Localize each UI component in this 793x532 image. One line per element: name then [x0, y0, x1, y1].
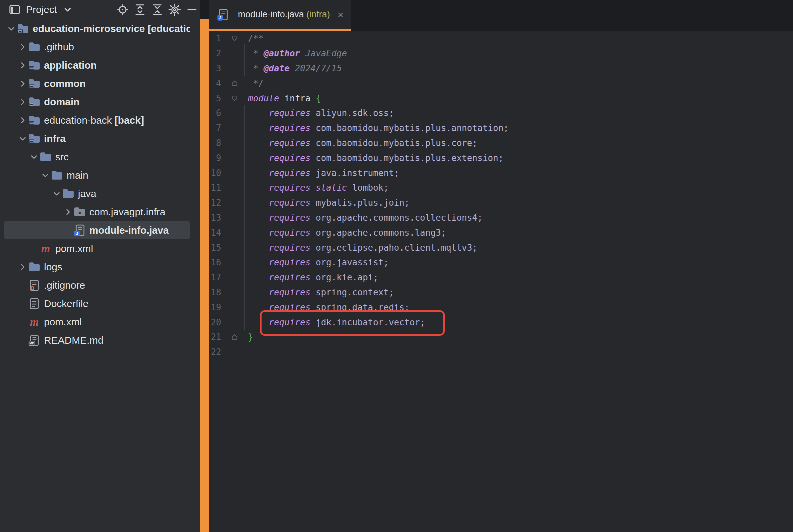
token-id: org.apache.commons.collections4;	[316, 213, 483, 223]
tree-item-infra[interactable]: infra	[4, 129, 190, 148]
maven-icon: m	[39, 242, 52, 255]
project-tool-icon[interactable]	[7, 2, 22, 17]
token-brace: }	[248, 332, 253, 342]
tree-item-label: pom.xml	[44, 316, 82, 328]
chevron-placeholder	[28, 243, 39, 254]
chevron-expanded-icon[interactable]	[28, 152, 39, 162]
chevron-expanded-icon[interactable]	[40, 170, 51, 180]
code-line-10[interactable]: 10 requires java.instrument;	[209, 165, 793, 180]
code-line-12[interactable]: 12 requires mybatis.plus.join;	[209, 195, 793, 210]
code-line-7[interactable]: 7 requires com.baomidou.mybatis.plus.ann…	[209, 121, 793, 136]
tree-item-dockerfile[interactable]: Dockerfile	[4, 294, 190, 313]
hide-panel-icon[interactable]	[185, 2, 199, 17]
tree-item-github[interactable]: .github	[4, 38, 190, 56]
tree-item-module-info-java[interactable]: Jmodule-info.java	[4, 221, 190, 239]
tree-item-pom-xml[interactable]: mpom.xml	[4, 313, 190, 331]
project-panel-title[interactable]: Project	[26, 4, 57, 15]
tree-item-gitignore[interactable]: .gitignore	[4, 276, 190, 294]
collapse-all-icon[interactable]	[150, 2, 165, 17]
tree-item-common[interactable]: common	[4, 74, 190, 93]
label-part: Dockerfile	[44, 298, 88, 309]
chevron-collapsed-icon[interactable]	[17, 78, 28, 89]
chevron-collapsed-icon[interactable]	[17, 262, 28, 272]
chevron-collapsed-icon[interactable]	[17, 42, 28, 52]
tree-item-logs[interactable]: logs	[4, 258, 190, 276]
chevron-collapsed-icon[interactable]	[63, 207, 73, 217]
fold-marker-icon[interactable]	[221, 35, 248, 42]
token-plain	[248, 228, 269, 238]
code-line-22[interactable]: 22	[209, 345, 793, 360]
token-id: com.baomidou.mybatis.plus.core;	[316, 138, 478, 148]
tree-item-education-microservice-education[interactable]: education-microservice [education] ~/Dow…	[4, 19, 190, 38]
chevron-collapsed-icon[interactable]	[17, 97, 28, 107]
tree-item-application[interactable]: application	[4, 56, 190, 74]
module-folder-icon	[28, 132, 41, 145]
token-cmtval: 2024/7/15	[290, 63, 342, 73]
code-line-15[interactable]: 15 requires org.eclipse.paho.client.mqtt…	[209, 240, 793, 255]
code-line-1[interactable]: 1/**	[209, 31, 793, 46]
code-line-17[interactable]: 17 requires org.kie.api;	[209, 270, 793, 285]
chevron-collapsed-icon[interactable]	[17, 60, 28, 71]
code-line-19[interactable]: 19 requires spring.data.redis;	[209, 300, 793, 315]
token-cmt: *	[248, 63, 264, 73]
code-text: requires org.apache.commons.lang3;	[248, 228, 446, 238]
close-icon[interactable]: ×	[337, 9, 344, 20]
chevron-placeholder	[17, 298, 28, 309]
token-kw: requires	[269, 228, 316, 238]
chevron-collapsed-icon[interactable]	[17, 115, 28, 126]
token-kw: requires	[269, 168, 316, 178]
code-line-9[interactable]: 9 requires com.baomidou.mybatis.plus.ext…	[209, 150, 793, 165]
chevron-expanded-icon[interactable]	[51, 188, 62, 199]
tree-item-label: domain	[44, 96, 80, 108]
project-tree: education-microservice [education] ~/Dow…	[0, 19, 200, 349]
tree-item-label: education-back [back]	[44, 115, 144, 126]
code-text: requires org.kie.api;	[248, 272, 378, 282]
java-file-icon: J	[217, 8, 229, 21]
fold-marker-icon[interactable]	[221, 95, 248, 102]
code-line-11[interactable]: 11 requires static lombok;	[209, 180, 793, 195]
token-plain	[248, 317, 269, 327]
token-id: mybatis.plus.join;	[316, 198, 410, 208]
java-file-icon: J	[73, 224, 86, 237]
label-part: .gitignore	[44, 280, 85, 291]
code-line-14[interactable]: 14 requires org.apache.commons.lang3;	[209, 225, 793, 240]
fold-marker-icon[interactable]	[221, 80, 248, 87]
chevron-expanded-icon[interactable]	[6, 23, 17, 34]
code-line-20[interactable]: 20 requires jdk.incubator.vector;	[209, 315, 793, 330]
code-line-6[interactable]: 6 requires aliyun.sdk.oss;	[209, 106, 793, 121]
code-line-5[interactable]: 5module infra {	[209, 91, 793, 106]
code-line-3[interactable]: 3 * @date 2024/7/15	[209, 61, 793, 76]
code-line-16[interactable]: 16 requires org.javassist;	[209, 255, 793, 270]
code-line-13[interactable]: 13 requires org.apache.commons.collectio…	[209, 210, 793, 225]
tree-item-label: common	[44, 78, 85, 89]
code-line-18[interactable]: 18 requires spring.context;	[209, 285, 793, 300]
tree-item-domain[interactable]: domain	[4, 93, 190, 111]
panel-splitter[interactable]	[200, 19, 209, 532]
code-line-2[interactable]: 2 * @author JavaEdge	[209, 46, 793, 61]
tree-item-src[interactable]: src	[4, 148, 190, 166]
code-line-21[interactable]: 21}	[209, 330, 793, 345]
module-folder-icon	[28, 59, 41, 72]
code-line-4[interactable]: 4 */	[209, 76, 793, 91]
token-plain	[248, 153, 269, 163]
tree-item-education-back[interactable]: education-back [back]	[4, 111, 190, 129]
tree-item-java[interactable]: java	[4, 184, 190, 203]
settings-gear-icon[interactable]	[167, 2, 182, 17]
line-number: 11	[209, 183, 221, 193]
token-plain	[248, 213, 269, 223]
token-id: org.javassist;	[316, 257, 389, 267]
tree-item-readme-md[interactable]: MDREADME.md	[4, 331, 190, 349]
tree-item-com-javagpt-infra[interactable]: com.javagpt.infra	[4, 203, 190, 221]
code-editor[interactable]: 1/**2 * @author JavaEdge3 * @date 2024/7…	[209, 31, 793, 532]
token-kw: requires	[269, 302, 316, 312]
locate-file-icon[interactable]	[115, 2, 130, 17]
expand-all-icon[interactable]	[133, 2, 147, 17]
tree-item-main[interactable]: main	[4, 166, 190, 184]
tab-module-info-java[interactable]: J module-info.java (infra) ×	[209, 0, 351, 31]
line-number: 9	[209, 153, 221, 163]
tree-item-pom-xml[interactable]: mpom.xml	[4, 239, 190, 258]
code-line-8[interactable]: 8 requires com.baomidou.mybatis.plus.cor…	[209, 136, 793, 151]
chevron-down-icon[interactable]	[60, 2, 75, 17]
chevron-expanded-icon[interactable]	[17, 133, 28, 144]
fold-marker-icon[interactable]	[221, 333, 248, 341]
